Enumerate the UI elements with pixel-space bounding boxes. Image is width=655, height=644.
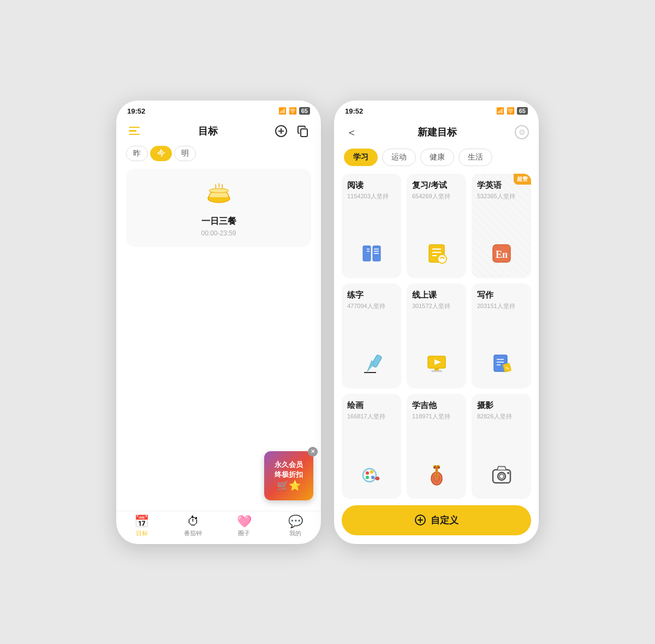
promo-banner[interactable]: ✕ 永久会员 终极折扣 🛒⭐ (264, 451, 313, 500)
signal-icon: 📶 (278, 107, 287, 115)
goal-grid: 阅读 1154203人坚持 复习/考试 654269人坚持 (334, 174, 539, 499)
promo-line2: 终极折扣 (275, 470, 303, 480)
status-bar-right: 19:52 📶 🛜 65 (334, 101, 539, 119)
english-icon: En (490, 241, 514, 270)
nav-label-profile: 我的 (289, 529, 301, 537)
grid-item-photography[interactable]: 摄影 82826人坚持 (472, 394, 531, 499)
hot-badge: 超赞 (514, 174, 531, 185)
grid-item-online-course[interactable]: 线上课 301572人坚持 (407, 283, 466, 388)
grid-item-name: 学吉他 (412, 400, 437, 411)
time-right: 19:52 (345, 107, 363, 115)
cat-tab-exercise[interactable]: 运动 (382, 149, 416, 166)
category-tabs: 学习 运动 健康 生活 (334, 149, 539, 174)
grid-item-count: 118971人坚持 (412, 412, 450, 420)
promo-close-button[interactable]: ✕ (308, 447, 318, 457)
nav-label-pomodoro: 番茄钟 (184, 529, 202, 537)
cat-tab-life[interactable]: 生活 (458, 149, 492, 166)
settings-icon[interactable]: ⚙ (515, 125, 529, 139)
add-button[interactable] (273, 123, 289, 139)
cat-tab-study[interactable]: 学习 (344, 149, 378, 166)
page-title-right: 新建目标 (418, 126, 457, 139)
grid-item-writing[interactable]: 写作 203151人坚持 (472, 283, 531, 388)
date-tab-tomorrow[interactable]: 明 (174, 146, 196, 161)
grid-item-count: 166817人坚持 (347, 412, 385, 420)
promo-cart-icon: 🛒⭐ (277, 480, 301, 492)
copy-icon (296, 125, 309, 138)
goal-time: 00:00-23:59 (201, 229, 236, 237)
cta-label: 自定义 (431, 514, 458, 527)
grid-item-guitar[interactable]: 学吉他 118971人坚持 (407, 394, 466, 499)
svg-text:En: En (495, 249, 507, 260)
svg-point-5 (209, 188, 229, 193)
left-phone: 19:52 📶 🛜 65 目标 (116, 101, 321, 544)
goal-icon-wrap (203, 179, 235, 211)
grid-item-review[interactable]: 复习/考试 654269人坚持 (407, 174, 466, 279)
nav-label-goals: 目标 (136, 529, 148, 537)
nav-item-goals[interactable]: 📅 目标 (116, 516, 168, 537)
svg-line-18 (443, 257, 444, 258)
nav-item-pomodoro[interactable]: ⏱ 番茄钟 (168, 516, 219, 537)
grid-item-count: 477094人坚持 (347, 302, 385, 310)
svg-point-38 (366, 476, 369, 479)
grid-item-english[interactable]: 超赞 学英语 532365人坚持 En (472, 174, 531, 279)
battery-right: 65 (517, 107, 528, 115)
svg-rect-26 (431, 370, 442, 372)
grid-item-count: 203151人坚持 (477, 302, 515, 310)
copy-button[interactable] (295, 123, 311, 139)
grid-item-name: 练字 (347, 290, 364, 300)
left-header: 目标 (116, 119, 321, 146)
writing-icon (490, 352, 514, 381)
date-tab-yesterday[interactable]: 昨 (126, 146, 148, 161)
time-left: 19:52 (127, 107, 145, 115)
reading-icon (360, 241, 384, 270)
svg-rect-21 (371, 355, 382, 368)
grid-item-name: 摄影 (477, 400, 493, 411)
grid-item-count: 301572人坚持 (412, 302, 450, 310)
grid-item-name: 写作 (477, 290, 493, 300)
online-course-icon (425, 352, 449, 381)
hamburger-icon (129, 127, 140, 135)
review-icon (425, 241, 449, 270)
date-tab-today[interactable]: 今 (150, 146, 172, 161)
nav-item-community[interactable]: 🩷 圈子 (219, 516, 270, 537)
add-circle-icon (275, 125, 288, 138)
goal-card[interactable]: 一日三餐 00:00-23:59 (126, 169, 311, 247)
grid-item-calligraphy[interactable]: 练字 477094人坚持 (342, 283, 401, 388)
grid-item-count: 1154203人坚持 (347, 192, 389, 200)
svg-point-36 (370, 470, 373, 474)
custom-goal-button[interactable]: 自定义 (342, 505, 531, 535)
grid-item-name: 学英语 (477, 180, 502, 191)
menu-button[interactable] (126, 123, 142, 139)
grid-item-reading[interactable]: 阅读 1154203人坚持 (342, 174, 401, 279)
grid-item-count: 82826人坚持 (477, 412, 512, 420)
nav-item-profile[interactable]: 💬 我的 (270, 516, 321, 537)
battery-left: 65 (299, 107, 310, 115)
svg-rect-49 (493, 470, 510, 483)
back-button[interactable]: ＜ (344, 123, 359, 142)
cat-tab-health[interactable]: 健康 (420, 149, 454, 166)
svg-point-45 (438, 465, 440, 466)
food-icon (205, 181, 233, 209)
painting-icon (360, 462, 384, 491)
svg-rect-6 (363, 246, 371, 261)
bottom-nav: 📅 目标 ⏱ 番茄钟 🩷 圈子 💬 我的 (116, 511, 321, 544)
date-tabs: 昨 今 明 (116, 146, 321, 169)
grid-item-name: 线上课 (412, 290, 437, 300)
svg-point-51 (499, 474, 504, 478)
grid-item-name: 复习/考试 (412, 180, 447, 191)
community-icon: 🩷 (237, 516, 252, 528)
promo-line1: 永久会员 (275, 460, 303, 470)
wifi-icon-right: 🛜 (507, 107, 515, 115)
svg-point-34 (363, 469, 376, 482)
photography-icon (490, 462, 514, 491)
pomodoro-icon: ⏱ (187, 516, 199, 528)
svg-point-37 (371, 476, 374, 479)
profile-icon: 💬 (288, 516, 303, 528)
grid-item-painting[interactable]: 绘画 166817人坚持 (342, 394, 401, 499)
svg-point-52 (507, 472, 509, 474)
grid-item-count: 654269人坚持 (412, 192, 450, 200)
goal-name: 一日三餐 (201, 216, 236, 227)
guitar-icon (425, 462, 449, 491)
page-title-left: 目标 (198, 125, 218, 138)
svg-point-50 (498, 472, 505, 480)
